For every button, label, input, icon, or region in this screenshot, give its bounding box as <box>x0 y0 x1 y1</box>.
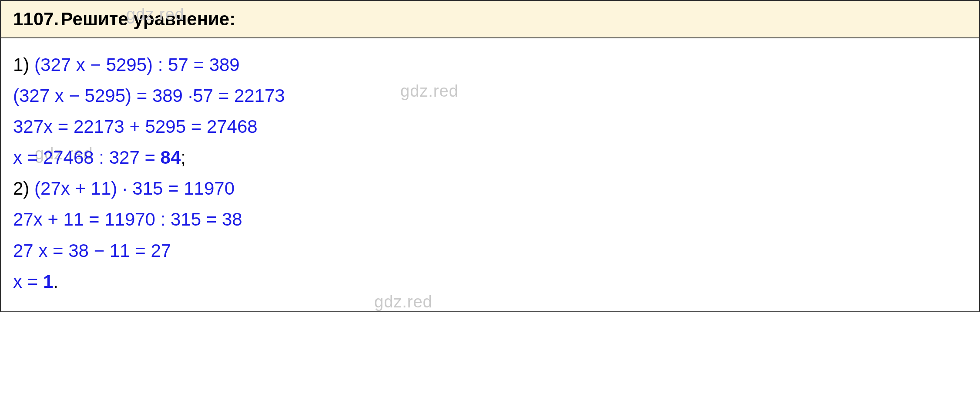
item-number: 1) <box>13 54 29 75</box>
step-text: x = 27468 : 327 = <box>13 147 161 168</box>
solution-step: x = 27468 : 327 = 84; <box>13 143 967 172</box>
document-container: 1107. Решите уравнение: 1) (327 x − 5295… <box>0 0 980 312</box>
trailing-punct: . <box>53 271 58 292</box>
item-number: 2) <box>13 178 29 199</box>
solution-line: 1) (327 x − 5295) : 57 = 389 <box>13 51 967 79</box>
solution-line: 2) (27x + 11) · 315 = 11970 <box>13 174 967 202</box>
step-text: x = <box>13 271 43 292</box>
solution-step: 27 x = 38 − 11 = 27 <box>13 236 967 265</box>
step-text: 27x + 11 = 11970 : 315 = 38 <box>13 209 242 229</box>
trailing-punct: ; <box>181 147 186 168</box>
step-text: 327x = 22173 + 5295 = 27468 <box>13 116 258 137</box>
step-text: 27 x = 38 − 11 = 27 <box>13 240 171 261</box>
solution-step: 327x = 22173 + 5295 = 27468 <box>13 112 967 141</box>
solution-step: (327 x − 5295) = 389 ·57 = 22173 <box>13 81 967 110</box>
step-text: (327 x − 5295) = 389 ·57 = 22173 <box>13 85 285 106</box>
answer: 1 <box>43 271 53 292</box>
solution-step: x = 1. <box>13 267 967 296</box>
solution-step: 27x + 11 = 11970 : 315 = 38 <box>13 205 967 233</box>
problem-header: 1107. Решите уравнение: <box>1 1 979 38</box>
equation: (27x + 11) · 315 = 11970 <box>34 178 235 199</box>
problem-title: Решите уравнение: <box>61 9 236 29</box>
solution-content: 1) (327 x − 5295) : 57 = 389 (327 x − 52… <box>1 38 979 311</box>
equation: (327 x − 5295) : 57 = 389 <box>34 54 240 75</box>
problem-number: 1107. <box>13 9 59 29</box>
answer: 84 <box>161 147 181 168</box>
